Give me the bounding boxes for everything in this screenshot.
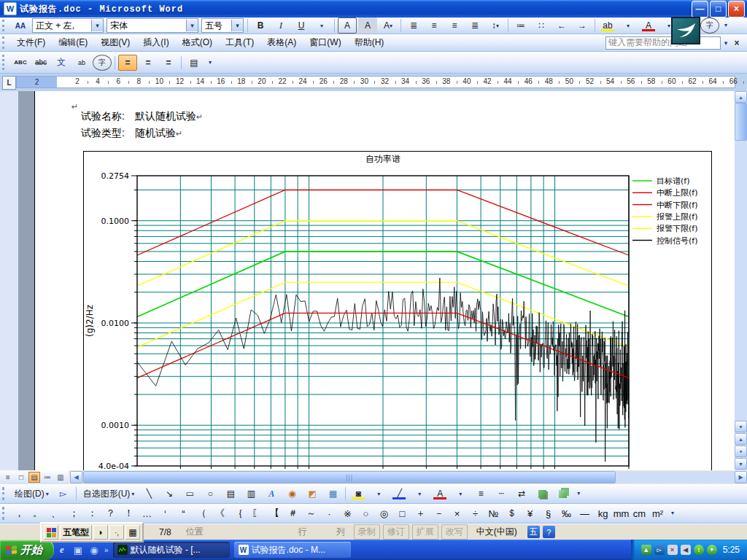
character-border-button[interactable]: A <box>338 18 357 34</box>
ab-cd-button[interactable]: ab <box>72 55 91 71</box>
quicklaunch-chevron-icon[interactable]: » <box>104 546 109 554</box>
distribute-button[interactable]: ≣ <box>465 18 484 34</box>
ime-name[interactable]: 五笔型 <box>60 525 92 540</box>
double-spacing-button[interactable]: = <box>159 55 178 71</box>
scroll-up-button[interactable]: ▲ <box>735 91 747 103</box>
one-half-spacing-button[interactable]: = <box>139 55 158 71</box>
assistant-bird-icon[interactable] <box>671 17 700 44</box>
chevron-down-icon[interactable]: ▾ <box>231 20 243 31</box>
menu-I[interactable]: 插入(I) <box>136 34 175 52</box>
symbol-button-32[interactable]: kg <box>595 506 611 521</box>
reading-layout-button[interactable]: ▥ <box>55 472 66 483</box>
symbol-button-14[interactable]: 【 <box>266 506 283 521</box>
highlight-button[interactable]: ab <box>598 18 617 34</box>
symbol-button-30[interactable]: ‰ <box>558 506 575 521</box>
horizontal-scroll-thumb[interactable]: ||| <box>83 471 616 483</box>
symbol-button-1[interactable]: 。 <box>29 506 46 521</box>
help-dropdown-icon[interactable]: ▾ <box>721 39 731 47</box>
ime-tray-icon[interactable]: ▻ <box>654 545 665 555</box>
minimize-button[interactable]: — <box>692 1 708 18</box>
language-indicator[interactable]: 中文(中国) <box>476 526 517 538</box>
start-button[interactable]: 开始 <box>0 540 54 560</box>
strikethrough-button[interactable]: abc <box>31 55 50 71</box>
draw-menu-button[interactable]: 绘图(D)▾ <box>11 486 53 502</box>
line-tool-button[interactable]: ╲ <box>139 486 158 502</box>
menubar-grip[interactable] <box>2 36 8 48</box>
ime-fullhalf-icon[interactable]: ◗ <box>93 525 108 540</box>
vertical-textbox-tool-button[interactable]: ▥ <box>241 486 260 502</box>
menu-E[interactable]: 编辑(E) <box>52 34 94 52</box>
shield-lightning-icon[interactable]: ! <box>694 545 704 555</box>
symbol-button-9[interactable]: “ <box>175 506 192 521</box>
quicklaunch-media-icon[interactable]: ◉ <box>88 543 101 556</box>
symbol-button-13[interactable]: 〖 <box>248 506 265 521</box>
psd-chart-object[interactable]: 0.27540.10000.01000.00104.0e-04自功率谱(g)2/… <box>83 151 712 470</box>
close-button[interactable]: × <box>728 1 745 18</box>
outline-view-button[interactable]: ≔ <box>42 472 53 483</box>
normal-view-button[interactable]: ≡ <box>2 472 14 483</box>
justify-button[interactable]: ≣ <box>404 18 423 34</box>
toolbar-options-icon[interactable]: ▾ <box>721 24 730 27</box>
select-browse-object-button[interactable]: ● <box>735 446 747 457</box>
horizontal-scrollbar[interactable]: ◀ ||| ▶ <box>70 471 747 483</box>
symbol-button-7[interactable]: … <box>139 506 155 521</box>
font-color-dropdown-icon[interactable]: ▾ <box>451 486 470 502</box>
vertical-scrollbar[interactable]: ▲ ▼ ▲ ● ▼ <box>735 91 747 470</box>
3d-style-button[interactable] <box>553 486 572 502</box>
single-spacing-button[interactable]: = <box>118 55 137 71</box>
character-shading-button[interactable]: A <box>358 18 377 34</box>
menu-W[interactable]: 窗口(W) <box>303 34 347 52</box>
menu-V[interactable]: 视图(V) <box>94 34 136 52</box>
symbol-button-2[interactable]: 、 <box>47 506 64 521</box>
overtype-mode[interactable]: 改写 <box>441 524 468 540</box>
toolbar-options-icon[interactable]: ▾ <box>668 512 677 515</box>
diagram-button[interactable]: ◉ <box>282 486 301 502</box>
fill-color-dropdown-icon[interactable]: ▾ <box>369 486 388 502</box>
scroll-right-button[interactable]: ▶ <box>735 471 747 483</box>
chinese-translate-button[interactable]: 文 <box>52 55 71 71</box>
help-status-icon[interactable]: ? <box>543 526 555 538</box>
symbol-button-22[interactable]: ＋ <box>412 506 429 521</box>
symbol-button-15[interactable]: ＃ <box>285 506 301 521</box>
numbering-button[interactable]: ≔ <box>511 18 530 34</box>
symbol-button-27[interactable]: ＄ <box>503 506 520 521</box>
extend-mode[interactable]: 扩展 <box>412 524 438 540</box>
ime-language-icon[interactable]: 五 <box>527 526 540 538</box>
shield-plus-icon[interactable]: + <box>707 545 717 555</box>
scroll-down-button[interactable]: ▼ <box>735 421 747 432</box>
arrow-style-button[interactable]: ⇄ <box>512 486 531 502</box>
size-combo[interactable]: 五号 ▾ <box>201 18 244 33</box>
volume-icon[interactable]: ◀ <box>681 545 691 555</box>
document-page[interactable]: ↵ 试验名称: 默认随机试验↵ 试验类型: 随机试验↵ 0.27540.1000… <box>34 91 735 470</box>
styles-and-formatting-icon[interactable]: AA <box>11 18 30 34</box>
task-button-vibration-app[interactable]: 默认随机试验 - [... <box>113 542 230 558</box>
oval-tool-button[interactable]: ○ <box>201 486 220 502</box>
center-button[interactable]: ≡ <box>425 18 444 34</box>
menu-H[interactable]: 帮助(H) <box>348 34 391 52</box>
symbol-button-29[interactable]: § <box>540 506 557 521</box>
highlight-dropdown-icon[interactable]: ▾ <box>619 18 638 34</box>
enclose-characters-button[interactable]: 字 <box>700 18 719 34</box>
toolbar-options-icon[interactable]: ▾ <box>574 492 583 495</box>
underline-button[interactable]: U <box>292 18 311 34</box>
menu-T[interactable]: 工具(T) <box>219 34 260 52</box>
line-color-button[interactable]: ╱ <box>390 486 409 502</box>
menu-F[interactable]: 文件(F) <box>10 34 52 52</box>
web-layout-button[interactable]: □ <box>15 472 27 483</box>
symbol-button-26[interactable]: № <box>485 506 502 521</box>
quicklaunch-desktop-icon[interactable]: ▣ <box>71 543 85 556</box>
symbol-button-3[interactable]: ； <box>66 506 82 521</box>
symbol-button-4[interactable]: ： <box>84 506 101 521</box>
style-combo[interactable]: 正文 + 左, ▾ <box>32 18 104 33</box>
previous-page-button[interactable]: ▲ <box>735 433 747 445</box>
symbol-button-8[interactable]: ‘ <box>157 506 174 521</box>
arrow-tool-button[interactable]: ↘ <box>160 486 179 502</box>
menu-A[interactable]: 表格(A) <box>260 34 303 52</box>
ime-softkeyboard-icon[interactable]: ▦ <box>125 525 140 540</box>
symbol-button-33[interactable]: mm <box>613 506 630 521</box>
tab-selector-button[interactable]: L <box>2 76 16 90</box>
symbol-button-35[interactable]: m² <box>649 506 666 521</box>
select-objects-button[interactable]: ▻ <box>54 486 73 502</box>
font-combo[interactable]: 宋体 ▾ <box>107 18 198 33</box>
symbol-button-17[interactable]: · <box>321 506 338 521</box>
